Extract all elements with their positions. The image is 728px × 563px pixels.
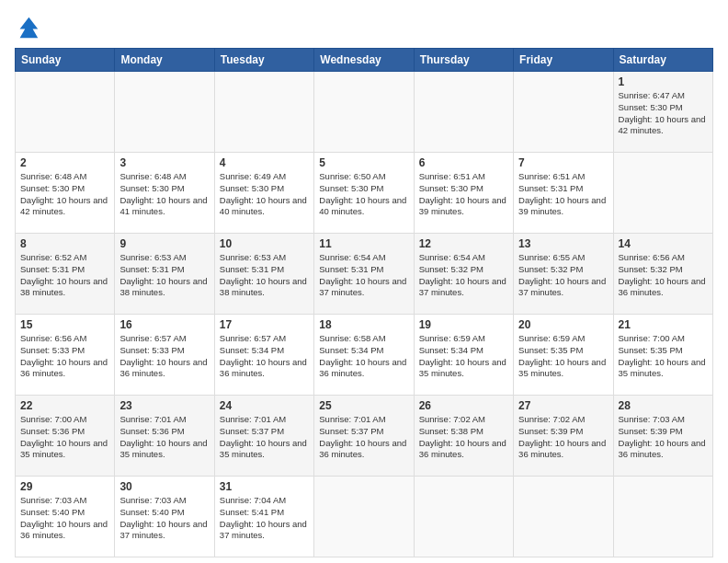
calendar-day: 2Sunrise: 6:48 AMSunset: 5:30 PMDaylight… [16, 153, 115, 234]
day-number: 9 [119, 237, 209, 250]
day-info: Sunrise: 6:51 AMSunset: 5:31 PMDaylight:… [518, 171, 608, 218]
day-info: Sunrise: 6:48 AMSunset: 5:30 PMDaylight:… [20, 171, 109, 218]
day-number: 21 [619, 318, 708, 331]
calendar-header: SundayMondayTuesdayWednesdayThursdayFrid… [16, 49, 713, 72]
day-number: 30 [119, 480, 209, 493]
empty-cell [414, 477, 513, 557]
day-header: Wednesday [314, 49, 414, 72]
day-info: Sunrise: 6:56 AMSunset: 5:32 PMDaylight:… [619, 252, 708, 299]
calendar-day: 11Sunrise: 6:54 AMSunset: 5:31 PMDayligh… [314, 234, 414, 315]
calendar-week: 8Sunrise: 6:52 AMSunset: 5:31 PMDaylight… [16, 234, 713, 315]
day-header: Friday [514, 49, 613, 72]
day-number: 23 [119, 399, 209, 412]
calendar-day: 23Sunrise: 7:01 AMSunset: 5:36 PMDayligh… [115, 396, 214, 477]
calendar-day: 22Sunrise: 7:00 AMSunset: 5:36 PMDayligh… [16, 396, 115, 477]
calendar-day: 21Sunrise: 7:00 AMSunset: 5:35 PMDayligh… [613, 315, 712, 396]
day-info: Sunrise: 7:01 AMSunset: 5:37 PMDaylight:… [319, 414, 408, 461]
day-info: Sunrise: 6:47 AMSunset: 5:30 PMDaylight:… [619, 90, 708, 137]
day-number: 17 [220, 318, 309, 331]
day-number: 25 [319, 399, 408, 412]
day-info: Sunrise: 6:57 AMSunset: 5:34 PMDaylight:… [220, 333, 309, 380]
calendar-day: 31Sunrise: 7:04 AMSunset: 5:41 PMDayligh… [214, 477, 313, 557]
empty-cell [514, 477, 613, 557]
empty-cell [214, 72, 313, 153]
day-number: 29 [20, 480, 109, 493]
day-info: Sunrise: 6:53 AMSunset: 5:31 PMDaylight:… [220, 252, 309, 299]
day-header: Saturday [613, 49, 712, 72]
calendar-day: 30Sunrise: 7:03 AMSunset: 5:40 PMDayligh… [115, 477, 214, 557]
day-info: Sunrise: 6:50 AMSunset: 5:30 PMDaylight:… [319, 171, 408, 218]
calendar-day: 13Sunrise: 6:55 AMSunset: 5:32 PMDayligh… [514, 234, 613, 315]
day-number: 2 [20, 156, 109, 169]
day-number: 10 [220, 237, 309, 250]
calendar-day: 20Sunrise: 6:59 AMSunset: 5:35 PMDayligh… [514, 315, 613, 396]
day-number: 8 [20, 237, 109, 250]
day-info: Sunrise: 7:00 AMSunset: 5:35 PMDaylight:… [619, 333, 708, 380]
calendar-day: 5Sunrise: 6:50 AMSunset: 5:30 PMDaylight… [314, 153, 414, 234]
day-info: Sunrise: 6:57 AMSunset: 5:33 PMDaylight:… [119, 333, 209, 380]
day-info: Sunrise: 6:51 AMSunset: 5:30 PMDaylight:… [419, 171, 508, 218]
day-info: Sunrise: 7:03 AMSunset: 5:40 PMDaylight:… [119, 495, 209, 542]
day-header: Tuesday [214, 49, 313, 72]
day-number: 26 [419, 399, 508, 412]
day-number: 24 [220, 399, 309, 412]
day-number: 28 [619, 399, 708, 412]
calendar-day: 9Sunrise: 6:53 AMSunset: 5:31 PMDaylight… [115, 234, 214, 315]
day-info: Sunrise: 7:02 AMSunset: 5:39 PMDaylight:… [518, 414, 608, 461]
calendar-day: 18Sunrise: 6:58 AMSunset: 5:34 PMDayligh… [314, 315, 414, 396]
calendar-day: 6Sunrise: 6:51 AMSunset: 5:30 PMDaylight… [414, 153, 513, 234]
day-info: Sunrise: 6:53 AMSunset: 5:31 PMDaylight:… [119, 252, 209, 299]
empty-cell [115, 72, 214, 153]
day-number: 19 [419, 318, 508, 331]
calendar-body: 1Sunrise: 6:47 AMSunset: 5:30 PMDaylight… [16, 72, 713, 557]
calendar-week: 1Sunrise: 6:47 AMSunset: 5:30 PMDaylight… [16, 72, 713, 153]
day-info: Sunrise: 7:01 AMSunset: 5:37 PMDaylight:… [220, 414, 309, 461]
calendar-day: 7Sunrise: 6:51 AMSunset: 5:31 PMDaylight… [514, 153, 613, 234]
calendar-day: 14Sunrise: 6:56 AMSunset: 5:32 PMDayligh… [613, 234, 712, 315]
empty-cell [613, 477, 712, 557]
day-info: Sunrise: 6:49 AMSunset: 5:30 PMDaylight:… [220, 171, 309, 218]
day-info: Sunrise: 7:02 AMSunset: 5:38 PMDaylight:… [419, 414, 508, 461]
day-number: 13 [518, 237, 608, 250]
svg-marker-0 [20, 17, 39, 38]
calendar-day: 15Sunrise: 6:56 AMSunset: 5:33 PMDayligh… [16, 315, 115, 396]
day-info: Sunrise: 7:01 AMSunset: 5:36 PMDaylight:… [119, 414, 209, 461]
day-info: Sunrise: 6:56 AMSunset: 5:33 PMDaylight:… [20, 333, 109, 380]
empty-cell [314, 477, 414, 557]
day-number: 4 [220, 156, 309, 169]
day-info: Sunrise: 7:03 AMSunset: 5:40 PMDaylight:… [20, 495, 109, 542]
calendar-day: 1Sunrise: 6:47 AMSunset: 5:30 PMDaylight… [613, 72, 712, 153]
page: SundayMondayTuesdayWednesdayThursdayFrid… [0, 0, 728, 563]
empty-cell [314, 72, 414, 153]
logo-icon [15, 15, 40, 40]
day-header: Monday [115, 49, 214, 72]
header-row: SundayMondayTuesdayWednesdayThursdayFrid… [16, 49, 713, 72]
calendar-day: 24Sunrise: 7:01 AMSunset: 5:37 PMDayligh… [214, 396, 313, 477]
day-info: Sunrise: 6:59 AMSunset: 5:35 PMDaylight:… [518, 333, 608, 380]
calendar-day: 10Sunrise: 6:53 AMSunset: 5:31 PMDayligh… [214, 234, 313, 315]
day-number: 12 [419, 237, 508, 250]
calendar-day: 19Sunrise: 6:59 AMSunset: 5:34 PMDayligh… [414, 315, 513, 396]
day-number: 1 [619, 75, 708, 88]
calendar-day: 27Sunrise: 7:02 AMSunset: 5:39 PMDayligh… [514, 396, 613, 477]
day-number: 22 [20, 399, 109, 412]
calendar-day: 17Sunrise: 6:57 AMSunset: 5:34 PMDayligh… [214, 315, 313, 396]
calendar-week: 15Sunrise: 6:56 AMSunset: 5:33 PMDayligh… [16, 315, 713, 396]
day-number: 20 [518, 318, 608, 331]
calendar-day: 4Sunrise: 6:49 AMSunset: 5:30 PMDaylight… [214, 153, 313, 234]
empty-cell [414, 72, 513, 153]
day-header: Sunday [16, 49, 115, 72]
calendar-week: 2Sunrise: 6:48 AMSunset: 5:30 PMDaylight… [16, 153, 713, 234]
day-info: Sunrise: 6:58 AMSunset: 5:34 PMDaylight:… [319, 333, 408, 380]
day-number: 3 [119, 156, 209, 169]
day-info: Sunrise: 7:03 AMSunset: 5:39 PMDaylight:… [619, 414, 708, 461]
day-info: Sunrise: 6:54 AMSunset: 5:31 PMDaylight:… [319, 252, 408, 299]
day-number: 31 [220, 480, 309, 493]
calendar-week: 22Sunrise: 7:00 AMSunset: 5:36 PMDayligh… [16, 396, 713, 477]
day-info: Sunrise: 7:04 AMSunset: 5:41 PMDaylight:… [220, 495, 309, 542]
calendar-day: 3Sunrise: 6:48 AMSunset: 5:30 PMDaylight… [115, 153, 214, 234]
day-info: Sunrise: 6:48 AMSunset: 5:30 PMDaylight:… [119, 171, 209, 218]
calendar-day: 28Sunrise: 7:03 AMSunset: 5:39 PMDayligh… [613, 396, 712, 477]
day-number: 7 [518, 156, 608, 169]
empty-cell [514, 72, 613, 153]
